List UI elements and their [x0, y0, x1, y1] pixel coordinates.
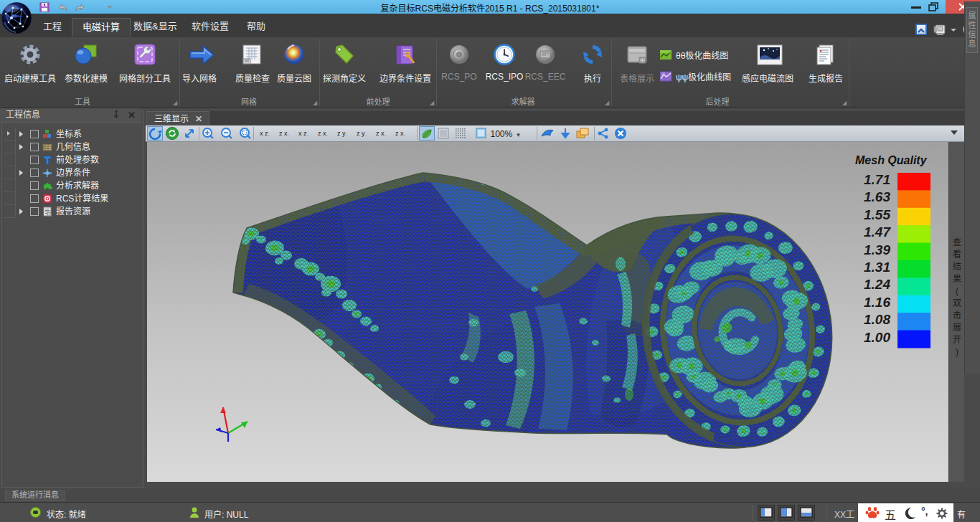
svg-text:1.63: 1.63 [864, 189, 890, 204]
svg-text:1.39: 1.39 [864, 242, 890, 257]
svg-text:1.08: 1.08 [864, 312, 890, 327]
svg-text:1.71: 1.71 [864, 172, 890, 187]
svg-text:1.24: 1.24 [864, 277, 890, 292]
svg-text:1.00: 1.00 [864, 330, 890, 345]
svg-text:Mesh Quality: Mesh Quality [855, 154, 928, 166]
svg-text:1.55: 1.55 [864, 207, 890, 222]
svg-text:1.47: 1.47 [864, 224, 891, 239]
svg-text:1.16: 1.16 [864, 295, 890, 310]
svg-text:1.31: 1.31 [864, 260, 890, 275]
